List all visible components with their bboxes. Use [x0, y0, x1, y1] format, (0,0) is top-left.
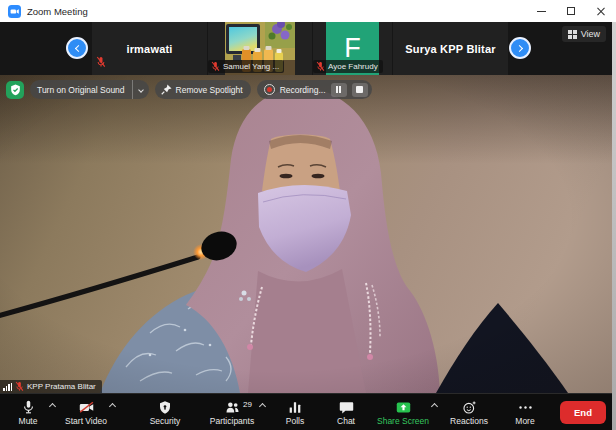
participant-name: irmawati — [92, 43, 207, 55]
zoom-meeting-window: Zoom Meeting irmawati — [0, 0, 616, 430]
gallery-next-button[interactable] — [509, 37, 531, 59]
participants-options-chevron[interactable] — [259, 402, 266, 409]
view-button[interactable]: View — [562, 26, 606, 42]
speaker-nametag: KPP Pratama Blitar — [0, 380, 102, 393]
grid-view-icon — [568, 30, 577, 39]
more-button[interactable]: More — [500, 394, 550, 430]
participant-tile-surya[interactable]: Surya KPP Blitar — [393, 22, 508, 75]
participants-label: Participants — [210, 417, 254, 426]
share-screen-label: Share Screen — [377, 417, 429, 426]
chevron-right-icon — [515, 44, 522, 51]
polls-icon — [287, 399, 303, 416]
video-options-chevron[interactable] — [109, 402, 116, 409]
start-video-label: Start Video — [65, 417, 107, 426]
record-icon — [264, 84, 275, 95]
view-button-label: View — [581, 29, 600, 39]
recording-label: Recording... — [280, 85, 326, 95]
end-meeting-button[interactable]: End — [560, 401, 606, 424]
participant-name: Surya KPP Blitar — [393, 43, 508, 55]
participants-button[interactable]: 29 Participants — [198, 394, 266, 430]
gallery-prev-button[interactable] — [66, 37, 88, 59]
participant-tile-irmawati[interactable]: irmawati — [92, 22, 207, 75]
start-video-button[interactable]: Start Video — [56, 394, 116, 430]
muted-mic-icon — [96, 54, 106, 72]
participants-icon — [223, 399, 242, 416]
muted-mic-icon — [15, 381, 24, 392]
shield-icon — [157, 399, 173, 416]
main-video: Turn on Original Sound Remove Spotlight … — [0, 75, 612, 393]
video-camera-off-icon — [77, 399, 96, 416]
chevron-left-icon — [74, 44, 81, 51]
mute-button[interactable]: Mute — [0, 394, 56, 430]
original-sound-dropdown[interactable] — [132, 80, 149, 99]
participant-tile-ayoe[interactable]: F Ayoe Fahrudy — [313, 22, 392, 75]
muted-mic-icon — [316, 61, 325, 72]
pause-recording-button[interactable] — [331, 83, 347, 97]
remove-spotlight-button[interactable]: Remove Spotlight — [155, 80, 251, 99]
signal-strength-icon — [3, 383, 12, 391]
participant-nametag: Samuel Yang ... — [208, 60, 284, 73]
chat-button[interactable]: Chat — [324, 394, 368, 430]
title-bar: Zoom Meeting — [0, 0, 616, 22]
webcam-video-content — [0, 75, 612, 393]
reactions-smiley-icon — [461, 399, 478, 416]
mute-label: Mute — [19, 417, 38, 426]
participants-count: 29 — [243, 400, 252, 409]
participant-nametag: Ayoe Fahrudy — [313, 60, 383, 73]
security-label: Security — [150, 417, 181, 426]
window-title: Zoom Meeting — [27, 6, 88, 17]
recording-indicator: Recording... — [257, 80, 372, 99]
mute-options-chevron[interactable] — [49, 402, 56, 409]
meeting-toolbar: Mute Start Video Security 29 Participant… — [0, 393, 616, 430]
original-sound-button[interactable]: Turn on Original Sound — [30, 80, 149, 99]
polls-button[interactable]: Polls — [266, 394, 324, 430]
meeting-overlay-bar: Turn on Original Sound Remove Spotlight … — [6, 80, 372, 99]
more-dots-icon — [517, 399, 534, 416]
participant-name: Ayoe Fahrudy — [328, 62, 378, 71]
muted-mic-icon — [211, 61, 220, 72]
security-button[interactable]: Security — [132, 394, 198, 430]
remove-spotlight-label: Remove Spotlight — [176, 85, 243, 95]
polls-label: Polls — [286, 417, 304, 426]
encryption-shield-icon[interactable] — [6, 81, 24, 99]
minimize-button[interactable] — [526, 0, 556, 22]
speaker-name: KPP Pratama Blitar — [27, 382, 96, 391]
zoom-app-icon — [8, 5, 21, 18]
close-button[interactable] — [586, 0, 616, 22]
mic-icon — [20, 399, 37, 416]
reactions-label: Reactions — [450, 417, 488, 426]
gallery-strip: irmawati Sa — [0, 22, 616, 75]
window-right-edge — [612, 22, 616, 430]
stop-recording-button[interactable] — [352, 83, 368, 97]
chat-label: Chat — [337, 417, 355, 426]
share-screen-button[interactable]: Share Screen — [368, 394, 438, 430]
original-sound-label: Turn on Original Sound — [30, 80, 132, 99]
participant-tile-samuel[interactable]: Samuel Yang ... — [208, 22, 312, 75]
participant-name: Samuel Yang ... — [223, 62, 279, 71]
reactions-button[interactable]: Reactions — [438, 394, 500, 430]
chat-icon — [338, 399, 355, 416]
more-label: More — [515, 417, 534, 426]
maximize-button[interactable] — [556, 0, 586, 22]
share-options-chevron[interactable] — [431, 402, 438, 409]
share-screen-icon — [394, 399, 413, 416]
chevron-down-icon — [138, 87, 144, 93]
pin-icon — [161, 84, 172, 95]
